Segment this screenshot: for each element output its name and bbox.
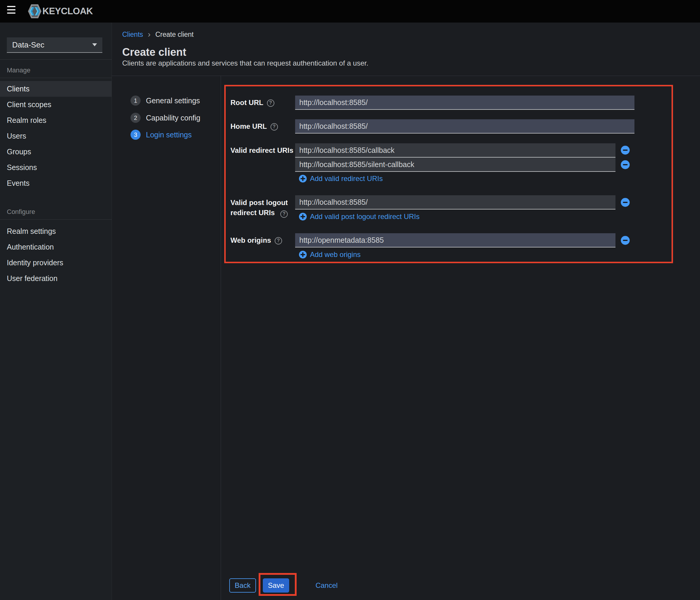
wizard-step-login-settings[interactable]: 3 Login settings xyxy=(130,130,192,140)
breadcrumb-current: Create client xyxy=(155,30,194,39)
sidebar-divider xyxy=(0,219,112,220)
minus-circle-icon[interactable] xyxy=(621,198,630,207)
breadcrumb-clients-link[interactable]: Clients xyxy=(122,30,143,39)
home-url-input[interactable] xyxy=(295,119,634,134)
breadcrumb: Clients › Create client xyxy=(122,30,194,38)
minus-circle-icon[interactable] xyxy=(621,236,630,245)
nav-group-manage: Manage xyxy=(7,67,30,74)
post-logout-label-line2-text: redirect URIs xyxy=(230,209,275,217)
hamburger-bar xyxy=(7,9,16,10)
post-logout-redirect-uri-input[interactable] xyxy=(295,195,616,210)
minus-circle-icon[interactable] xyxy=(621,160,630,169)
home-url-label: Home URL xyxy=(230,122,278,130)
page-subtitle: Clients are applications and services th… xyxy=(122,59,368,67)
chevron-right-icon: › xyxy=(148,31,150,38)
add-web-origins-button[interactable]: Add web origins xyxy=(299,250,361,259)
hamburger-icon[interactable] xyxy=(7,6,16,14)
masthead: KEYCLOAK xyxy=(0,0,700,23)
valid-redirect-uris-label: Valid redirect URIs xyxy=(230,146,304,154)
save-button[interactable]: Save xyxy=(263,578,289,593)
post-logout-label-line1: Valid post logout xyxy=(230,198,288,208)
step-number-badge: 1 xyxy=(130,96,141,106)
step-label: Capability config xyxy=(146,114,200,122)
brand-text: KEYCLOAK xyxy=(43,6,93,17)
sidebar-item-user-federation[interactable]: User federation xyxy=(0,271,111,286)
minus-circle-icon[interactable] xyxy=(621,146,630,154)
back-button[interactable]: Back xyxy=(229,578,256,593)
add-link-label: Add valid post logout redirect URIs xyxy=(310,213,420,221)
add-link-label: Add web origins xyxy=(310,250,361,259)
caret-down-icon xyxy=(92,43,97,46)
sidebar-item-events[interactable]: Events xyxy=(0,175,111,191)
add-post-logout-redirect-uris-button[interactable]: Add valid post logout redirect URIs xyxy=(299,213,420,221)
realm-name: Data-Sec xyxy=(12,40,44,50)
question-circle-icon[interactable] xyxy=(271,123,278,130)
wizard-top-border xyxy=(112,76,700,76)
question-circle-icon[interactable] xyxy=(275,237,282,244)
sidebar-item-groups[interactable]: Groups xyxy=(0,144,111,160)
keycloak-logo-icon xyxy=(28,4,42,19)
plus-circle-icon xyxy=(299,213,307,220)
post-logout-redirect-uris-label: Valid post logout redirect URIs xyxy=(230,198,288,218)
post-logout-label-line2: redirect URIs xyxy=(230,208,288,218)
root-url-input[interactable] xyxy=(295,96,634,110)
step-number-badge: 3 xyxy=(130,130,141,140)
sidebar-item-realm-roles[interactable]: Realm roles xyxy=(0,113,111,128)
realm-selector[interactable]: Data-Sec xyxy=(7,38,102,53)
add-valid-redirect-uris-button[interactable]: Add valid redirect URIs xyxy=(299,174,383,183)
cancel-button[interactable]: Cancel xyxy=(313,578,340,593)
web-origins-label: Web origins xyxy=(230,236,282,244)
root-url-label-text: Root URL xyxy=(230,98,264,107)
add-link-label: Add valid redirect URIs xyxy=(310,174,383,183)
sidebar-item-authentication[interactable]: Authentication xyxy=(0,239,111,255)
sidebar-item-realm-settings[interactable]: Realm settings xyxy=(0,223,111,239)
wizard-step-general-settings[interactable]: 1 General settings xyxy=(130,96,200,106)
sidebar-item-client-scopes[interactable]: Client scopes xyxy=(0,97,111,113)
question-circle-icon[interactable] xyxy=(267,99,274,107)
web-origins-input[interactable] xyxy=(295,233,616,247)
sidebar-item-sessions[interactable]: Sessions xyxy=(0,160,111,175)
hamburger-bar xyxy=(7,6,16,7)
step-label: General settings xyxy=(146,96,200,105)
wizard-step-capability-config[interactable]: 2 Capability config xyxy=(130,113,200,123)
redirect-uri-input-2[interactable] xyxy=(295,158,616,172)
wizard-nav-divider xyxy=(221,76,221,600)
sidebar-item-identity-providers[interactable]: Identity providers xyxy=(0,255,111,271)
step-label: Login settings xyxy=(146,130,192,139)
web-origins-label-text: Web origins xyxy=(230,236,271,244)
keycloak-brand[interactable]: KEYCLOAK xyxy=(28,2,93,20)
sidebar-item-clients[interactable]: Clients xyxy=(0,81,111,97)
plus-circle-icon xyxy=(299,175,307,183)
keycloak-admin-console: KEYCLOAK Data-Sec Manage Clients Client … xyxy=(0,0,700,600)
sidebar-divider xyxy=(0,78,112,78)
redirect-uri-input-1[interactable] xyxy=(295,143,616,158)
question-circle-icon[interactable] xyxy=(280,210,288,218)
sidebar: Data-Sec Manage Clients Client scopes Re… xyxy=(0,23,112,600)
page-title: Create client xyxy=(122,46,186,58)
valid-redirect-uris-label-text: Valid redirect URIs xyxy=(230,146,293,154)
sidebar-item-users[interactable]: Users xyxy=(0,128,111,144)
home-url-label-text: Home URL xyxy=(230,122,267,130)
plus-circle-icon xyxy=(299,251,307,259)
root-url-label: Root URL xyxy=(230,98,274,107)
nav-group-configure: Configure xyxy=(7,208,35,216)
step-number-badge: 2 xyxy=(130,113,141,123)
hamburger-bar xyxy=(7,13,16,14)
